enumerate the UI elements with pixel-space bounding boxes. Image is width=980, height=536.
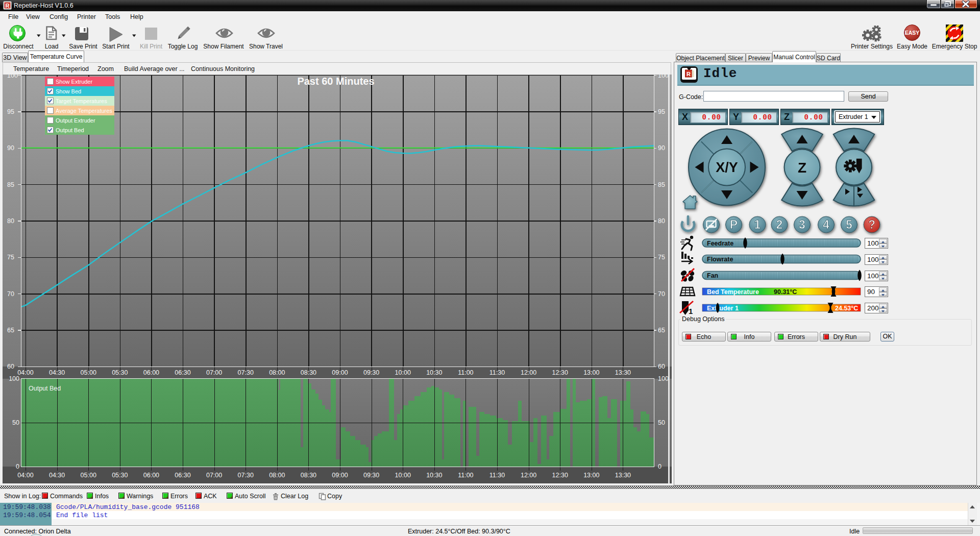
svg-text:04:30: 04:30 bbox=[49, 472, 65, 479]
svg-text:90: 90 bbox=[658, 144, 665, 152]
svg-text:04:00: 04:00 bbox=[17, 472, 33, 479]
svg-text:12:00: 12:00 bbox=[521, 472, 536, 479]
svg-text:04:30: 04:30 bbox=[49, 369, 65, 376]
svg-text:Output Bed: Output Bed bbox=[29, 385, 61, 392]
svg-text:Show Bed: Show Bed bbox=[56, 88, 81, 94]
svg-text:10:30: 10:30 bbox=[426, 369, 442, 376]
svg-text:12:00: 12:00 bbox=[521, 369, 536, 376]
svg-text:Z: Z bbox=[798, 160, 806, 176]
svg-text:Flowrate: Flowrate bbox=[707, 256, 733, 263]
svg-text:11:30: 11:30 bbox=[489, 369, 505, 376]
svg-text:11:00: 11:00 bbox=[458, 369, 473, 376]
svg-text:Output Extruder: Output Extruder bbox=[56, 117, 95, 124]
svg-text:Output Bed: Output Bed bbox=[56, 127, 84, 133]
svg-text:60: 60 bbox=[658, 363, 665, 370]
svg-text:07:00: 07:00 bbox=[206, 472, 222, 479]
svg-text:X/Y: X/Y bbox=[716, 160, 738, 175]
svg-text:10:00: 10:00 bbox=[395, 369, 411, 376]
svg-text:95: 95 bbox=[7, 108, 14, 115]
svg-text:50: 50 bbox=[658, 419, 665, 426]
svg-text:13:30: 13:30 bbox=[615, 472, 631, 479]
svg-text:04:00: 04:00 bbox=[17, 369, 33, 376]
svg-text:P: P bbox=[730, 218, 738, 231]
svg-text:05:00: 05:00 bbox=[81, 472, 96, 479]
svg-text:12:30: 12:30 bbox=[552, 369, 568, 376]
svg-text:08:00: 08:00 bbox=[269, 369, 285, 376]
svg-text:Target Temperatures: Target Temperatures bbox=[56, 98, 107, 104]
svg-text:10:00: 10:00 bbox=[395, 472, 411, 479]
svg-text:13:00: 13:00 bbox=[583, 369, 599, 376]
svg-text:95: 95 bbox=[658, 108, 665, 115]
svg-text:07:30: 07:30 bbox=[238, 472, 254, 479]
svg-text:0: 0 bbox=[658, 463, 662, 470]
svg-text:06:30: 06:30 bbox=[175, 369, 190, 376]
svg-text:1: 1 bbox=[754, 218, 761, 231]
svg-text:Show Extruder: Show Extruder bbox=[56, 79, 92, 85]
svg-text:R: R bbox=[6, 3, 10, 9]
svg-text:07:00: 07:00 bbox=[206, 369, 222, 376]
svg-text:4: 4 bbox=[823, 218, 829, 231]
svg-text:09:00: 09:00 bbox=[332, 369, 348, 376]
svg-text:07:30: 07:30 bbox=[238, 369, 254, 376]
svg-text:65: 65 bbox=[658, 327, 665, 334]
svg-text:13:30: 13:30 bbox=[615, 369, 631, 376]
svg-text:EASY: EASY bbox=[905, 30, 920, 36]
svg-text:100: 100 bbox=[9, 375, 19, 382]
svg-text:75: 75 bbox=[658, 254, 665, 261]
svg-text:?: ? bbox=[868, 218, 875, 231]
svg-text:Past 60 Minutes: Past 60 Minutes bbox=[297, 76, 374, 87]
svg-text:08:30: 08:30 bbox=[301, 369, 316, 376]
svg-text:12:30: 12:30 bbox=[552, 472, 568, 479]
svg-text:75: 75 bbox=[7, 254, 14, 261]
svg-text:Fan: Fan bbox=[707, 272, 718, 279]
svg-text:80: 80 bbox=[658, 217, 665, 225]
svg-text:Average Temperatures: Average Temperatures bbox=[56, 108, 112, 114]
svg-text:2: 2 bbox=[776, 218, 783, 231]
svg-text:06:30: 06:30 bbox=[175, 472, 190, 479]
svg-text:08:00: 08:00 bbox=[269, 472, 285, 479]
svg-text:13:00: 13:00 bbox=[583, 472, 599, 479]
svg-text:90: 90 bbox=[7, 144, 14, 152]
svg-text:11:00: 11:00 bbox=[458, 472, 473, 479]
svg-text:100: 100 bbox=[7, 75, 18, 79]
svg-text:50: 50 bbox=[12, 419, 19, 426]
svg-text:3: 3 bbox=[799, 218, 805, 231]
svg-text:100: 100 bbox=[658, 75, 669, 79]
svg-text:85: 85 bbox=[7, 181, 14, 188]
svg-text:08:30: 08:30 bbox=[301, 472, 316, 479]
svg-text:5: 5 bbox=[846, 218, 852, 231]
svg-text:0: 0 bbox=[16, 463, 19, 470]
svg-text:11:30: 11:30 bbox=[489, 472, 505, 479]
svg-text:09:00: 09:00 bbox=[332, 472, 348, 479]
svg-text:24.53°C: 24.53°C bbox=[835, 305, 858, 312]
svg-text:09:30: 09:30 bbox=[363, 472, 379, 479]
svg-text:06:00: 06:00 bbox=[143, 369, 159, 376]
svg-text:65: 65 bbox=[7, 327, 14, 334]
svg-text:06:00: 06:00 bbox=[143, 472, 159, 479]
svg-text:100: 100 bbox=[658, 375, 669, 382]
svg-text:85: 85 bbox=[658, 181, 665, 188]
svg-text:70: 70 bbox=[658, 290, 665, 298]
svg-text:80: 80 bbox=[7, 217, 14, 225]
svg-text:05:30: 05:30 bbox=[112, 369, 128, 376]
svg-text:10:30: 10:30 bbox=[426, 472, 442, 479]
svg-text:90.31°C: 90.31°C bbox=[774, 288, 797, 296]
svg-text:Extruder 1: Extruder 1 bbox=[707, 305, 739, 312]
svg-text:1: 1 bbox=[689, 307, 693, 315]
svg-text:05:00: 05:00 bbox=[81, 369, 96, 376]
svg-text:70: 70 bbox=[7, 290, 14, 298]
svg-text:05:30: 05:30 bbox=[112, 472, 128, 479]
svg-text:09:30: 09:30 bbox=[363, 369, 379, 376]
svg-text:60: 60 bbox=[7, 363, 14, 370]
svg-text:Feedrate: Feedrate bbox=[707, 240, 733, 247]
svg-text:Bed Temperature: Bed Temperature bbox=[707, 288, 759, 296]
